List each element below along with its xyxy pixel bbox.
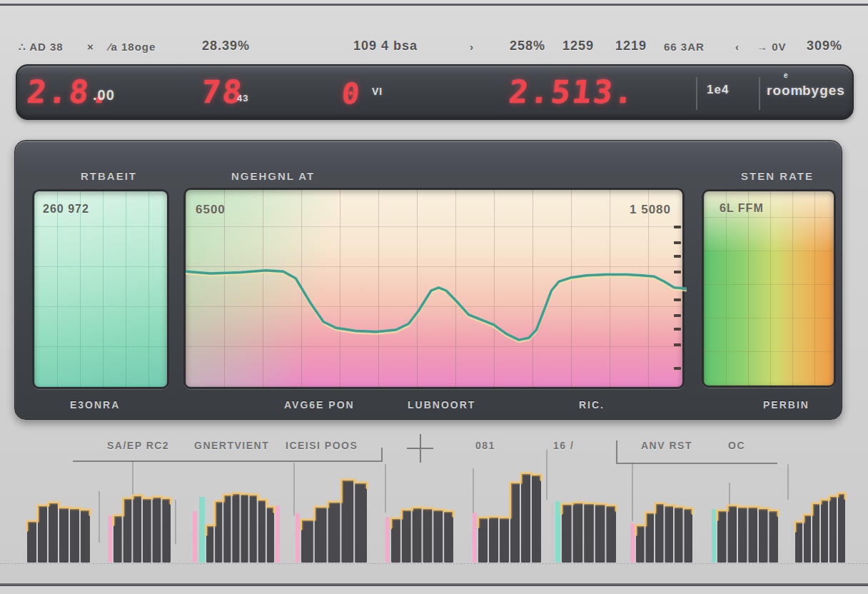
panel-header-center: NGEHGNL AT <box>231 170 315 182</box>
tick <box>674 328 681 331</box>
screen-left-value: 260 972 <box>43 203 89 216</box>
console-panel: ∴ AD 38×∕a 18oge28.39%109 4 bsa›258%1259… <box>0 0 868 594</box>
panel-footer-5: PERBIN <box>763 399 809 411</box>
top-strip-item: 309% <box>807 39 842 54</box>
top-divider <box>0 4 868 6</box>
panel-footer-4: RIC. <box>579 399 605 411</box>
top-strip-item: ∕a 18oge <box>108 41 156 53</box>
led-unit-2: 43 <box>237 93 248 104</box>
tick <box>674 298 681 301</box>
led-room-sup: e <box>784 71 789 79</box>
top-strip-item: ‹ <box>735 41 740 53</box>
crosshair-icon <box>407 448 433 449</box>
led-mode-label: byges <box>802 83 845 99</box>
line-chart <box>186 190 687 391</box>
tick <box>674 271 681 273</box>
panel-header-left: RTBAEIT <box>81 170 137 182</box>
led-value-3: 0 <box>339 67 364 120</box>
top-strip-item: 28.39% <box>202 39 250 54</box>
top-strip-item: › <box>470 41 474 53</box>
tick <box>674 314 681 317</box>
top-strip-item: × <box>87 41 94 53</box>
top-strip-item: ∴ AD 38 <box>19 41 64 54</box>
top-strip-item: 109 4 bsa <box>353 39 418 54</box>
tick <box>674 226 681 228</box>
led-divider <box>696 77 697 110</box>
panel-footer-2: AVG6E PON <box>284 399 355 411</box>
panel-footer-3: LUBNOORT <box>408 399 475 411</box>
top-strip-item: 1219 <box>615 39 647 54</box>
led-unit-1: .00 <box>93 87 115 104</box>
led-room-label: room <box>767 83 804 99</box>
tick <box>674 343 681 346</box>
bottom-strip <box>0 586 868 594</box>
led-value-4: 2.513. <box>506 66 638 119</box>
led-divider <box>759 77 760 110</box>
led-unit-3: VI <box>372 86 383 97</box>
top-strip-item: 258% <box>510 39 545 54</box>
top-strip-item: → 0V <box>757 41 787 53</box>
main-panel: RTBAEIT NGEHGNL AT STEN RATE 260 972 650… <box>14 140 842 420</box>
top-strip-item: 66 3AR <box>664 41 705 53</box>
top-strip-item: 1259 <box>562 39 594 54</box>
tick <box>674 255 681 258</box>
led-scale-value: 1e4 <box>707 83 729 97</box>
led-value-2: 78 <box>198 66 246 119</box>
tick <box>674 241 681 244</box>
bar-clusters <box>0 450 868 568</box>
tick <box>674 367 681 370</box>
screen-right-value: 6L FFM <box>720 202 764 215</box>
screen-center: 6500 1 5080 <box>183 188 685 389</box>
led-display: 2.8. .00 78 43 0 VI 2.513. 1e4 room e by… <box>16 64 854 120</box>
screen-right: 6L FFM <box>702 189 836 388</box>
panel-footer-1: E3ONRA <box>70 399 120 411</box>
screen-left: 260 972 <box>32 189 169 389</box>
panel-header-right: STEN RATE <box>741 170 814 182</box>
